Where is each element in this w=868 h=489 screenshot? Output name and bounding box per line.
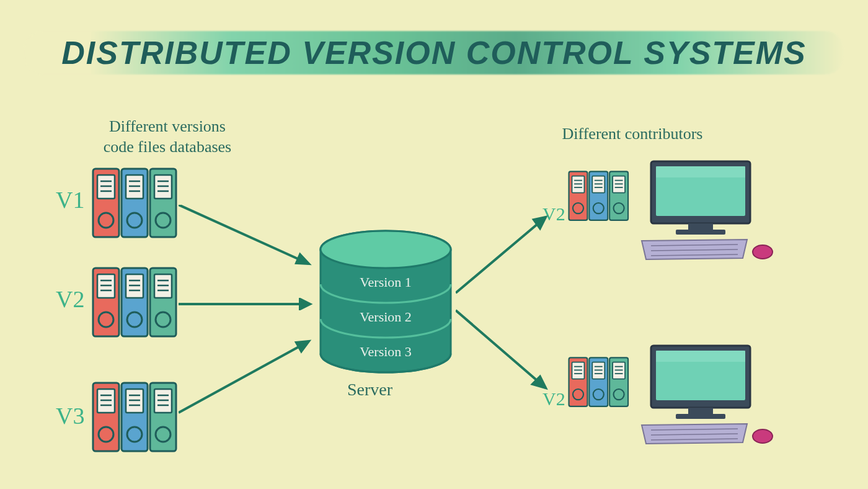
svg-line-10 (456, 310, 546, 388)
server-database-icon: Version 1 Version 2 Version 3 (316, 230, 456, 379)
arrow-server-contrib1 (456, 212, 555, 299)
label-v2: V2 (56, 285, 84, 313)
svg-marker-3 (296, 254, 309, 264)
server-slot-1: Version 1 (360, 274, 412, 290)
binders-v3 (92, 382, 179, 453)
subtitle-versions: Different versions code files databases (74, 117, 260, 157)
title-area: DISTRIBUTED VERSION CONTROL SYSTEMS (43, 34, 825, 71)
arrow-server-contrib2 (456, 307, 555, 397)
arrow-v2-server (179, 298, 321, 310)
subtitle-left-line1: Different versions (109, 117, 226, 135)
svg-line-2 (179, 205, 309, 264)
label-v1: V1 (56, 186, 84, 213)
svg-marker-7 (296, 341, 309, 351)
svg-line-6 (179, 341, 309, 413)
svg-line-8 (456, 217, 546, 293)
label-v3: V3 (56, 402, 84, 429)
computer-contrib1 (639, 160, 781, 262)
server-slot-2: Version 2 (360, 309, 412, 325)
binders-v2 (92, 267, 179, 338)
server-slot-3: Version 3 (360, 344, 412, 359)
svg-point-1 (321, 231, 451, 268)
server-label: Server (347, 380, 392, 400)
computer-contrib2 (639, 344, 781, 447)
arrow-v3-server (179, 335, 321, 416)
subtitle-left-line2: code files databases (104, 138, 231, 156)
svg-marker-5 (300, 299, 310, 309)
binders-contrib1 (568, 171, 630, 222)
subtitle-contributors: Different contributors (539, 124, 725, 145)
binders-v1 (92, 168, 179, 239)
diagram-title: DISTRIBUTED VERSION CONTROL SYSTEMS (43, 34, 825, 71)
arrow-v1-server (179, 205, 321, 273)
binders-contrib2 (568, 357, 630, 408)
